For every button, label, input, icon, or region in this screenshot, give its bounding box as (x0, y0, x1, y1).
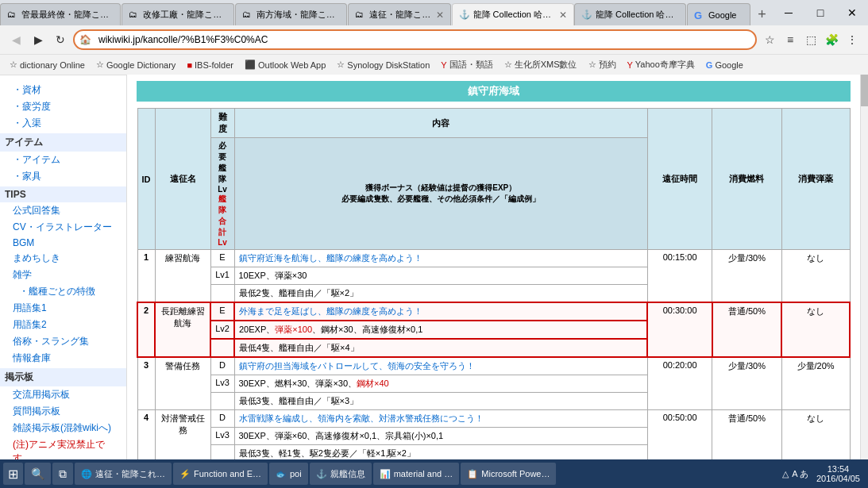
td-time-1: 00:15:00 (647, 250, 712, 303)
tab-3[interactable]: 🗂 南方海域・龍降これ… (235, 3, 348, 25)
sidebar-item-kagu[interactable]: ・家具 (0, 168, 126, 185)
taskbar-app-2[interactable]: ⚡ Function and E… (173, 463, 268, 485)
taskbar-app-1[interactable]: 🌐 遠征・龍降これ… (75, 463, 172, 485)
bookmark-ibs-label: IBS-folder (195, 60, 233, 70)
bookmark-google-dict-label: Google Dictionary (106, 60, 176, 70)
tab-6[interactable]: ⚓ 龍降 Collection 哈哦！ (574, 3, 686, 25)
sidebar-item-zatsudan-mazari[interactable]: 雑談掲示板(混雑wikiへ) (0, 420, 126, 436)
taskbar-app-3[interactable]: 🐟 poi (269, 463, 308, 485)
content-link-4[interactable]: 水雷戦隊を編成し、領海内を索敵、対潜水警戒任務につこう！ (239, 413, 484, 423)
td-rank-2: E (210, 302, 234, 321)
td-content-sub2-1 (210, 285, 234, 303)
content-link-3[interactable]: 鎮守府の担当海域をパトロールして、領海の安全を守ろう！ (239, 361, 475, 371)
start-button[interactable]: ⊞ (3, 463, 23, 485)
sidebar-item-kansen-toku[interactable]: ・艦種ごとの特徴 (0, 283, 126, 300)
sidebar-item-item[interactable]: ・アイテム (0, 152, 126, 168)
sidebar-category-keijiban: 掲示板 (0, 368, 126, 386)
table-row: 2 長距離練習航海 E 外海まで足を延ばし、艦隊の練度を高めよう！ 00:30:… (137, 302, 850, 321)
bookmark-google-dictionary[interactable]: ☆ Google Dictionary (93, 58, 179, 71)
cast-button[interactable]: ⬚ (801, 30, 820, 49)
sidebar-item-cv[interactable]: CV・イラストレーター (0, 219, 126, 236)
bookmark-google[interactable]: G Google (703, 59, 746, 71)
taskbar-app-3-label: poi (290, 469, 302, 478)
th-id: ID (137, 109, 155, 250)
menu-button[interactable]: ≡ (781, 30, 800, 49)
expedition-table: ID 遠征名 難度 内容 遠征時間 消費燃料 消費弾薬 必要艦隊Lv艦隊合計Lv… (137, 108, 851, 461)
sidebar-item-mame[interactable]: まめちしき (0, 250, 126, 267)
minimize-button[interactable]: ─ (773, 0, 804, 25)
sidebar-item-bgm[interactable]: BGM (0, 236, 126, 250)
td-level-2: Lv2 (210, 321, 234, 339)
tab-1[interactable]: 🗂 管最最終僚・龍降これ！ (0, 3, 121, 25)
bookmark-dictionary-online[interactable]: ☆ dictionary Online (6, 58, 88, 71)
taskbar-app-4[interactable]: ⚓ 親艦信息 (310, 463, 372, 485)
outlook-icon: ⬛ (245, 60, 256, 70)
sidebar-item-yougo1[interactable]: 用語集1 (0, 300, 126, 317)
sidebar-item-nyukyо[interactable]: ・入渠 (0, 115, 126, 132)
bookmark-seika-label: 生化所XMS數位 (515, 59, 577, 71)
sidebar-item-souko[interactable]: 情報倉庫 (0, 350, 126, 367)
tab-5-close[interactable]: ✕ (559, 10, 567, 21)
maximize-button[interactable]: □ (804, 0, 836, 25)
forward-button[interactable]: ▶ (29, 30, 48, 49)
sidebar-item-yougo2[interactable]: 用語集2 (0, 317, 126, 333)
synology-icon: ☆ (337, 60, 345, 70)
address-bar[interactable] (73, 29, 757, 50)
close-button[interactable]: ✕ (836, 0, 868, 25)
taskbar-app-6-icon: 📋 (467, 469, 478, 479)
tab-4[interactable]: 🗂 遠征・龍降これ× ✕ (348, 3, 450, 25)
taskbar-time: 13:54 (816, 464, 860, 474)
tab-4-close[interactable]: ✕ (436, 10, 444, 21)
extensions-button[interactable]: 🧩 (822, 30, 841, 49)
tab-2-favicon: 🗂 (129, 10, 140, 21)
taskbar-search[interactable]: 🔍 (25, 463, 51, 485)
th-content: 内容 (234, 109, 647, 138)
tab-7[interactable]: G Google (687, 3, 750, 25)
td-id-4: 4 (137, 410, 155, 462)
td-content-sub2-3 (210, 393, 234, 410)
sidebar-item-kouryuu[interactable]: 交流用掲示板 (0, 386, 126, 403)
taskbar-app-6[interactable]: 📋 Microsoft Powe… (461, 463, 556, 485)
bookmark-star-icon-2: ☆ (96, 60, 104, 70)
scrollbar[interactable] (860, 75, 868, 461)
address-bar-container: 🏠 (73, 29, 757, 50)
refresh-button[interactable]: ↻ (51, 30, 70, 49)
bookmark-star[interactable]: ☆ (760, 30, 779, 49)
bookmark-kokugo[interactable]: Y 国語・類語 (438, 57, 496, 72)
sidebar-item-hirodo[interactable]: ・疲労度 (0, 98, 126, 115)
sidebar-item-zatsugaku[interactable]: 雑学 (0, 267, 126, 283)
seika-icon: ☆ (504, 60, 512, 70)
bookmark-ibs-folder[interactable]: ■ IBS-folder (183, 59, 237, 71)
sidebar-item-anime-kinshi[interactable]: (注)アニメ実況禁止です (0, 436, 126, 461)
taskbar-app-3-icon: 🐟 (276, 469, 287, 479)
more-button[interactable]: ⋮ (843, 30, 862, 49)
new-tab-button[interactable]: + (751, 3, 773, 25)
sidebar-item-shitsumon[interactable]: 質問掲示板 (0, 403, 126, 420)
steel-link[interactable]: 鋼材×40 (357, 378, 389, 388)
bookmark-yoyaku[interactable]: ☆ 預約 (585, 57, 619, 72)
taskbar-task-view[interactable]: ⧉ (52, 463, 73, 485)
taskbar-app-1-label: 遠征・龍降これ… (95, 468, 165, 480)
taskbar-clock: 13:54 2016/04/05 (812, 464, 865, 483)
content-link-1[interactable]: 鎮守府近海を航海し、艦隊の練度を高めよう！ (239, 253, 422, 263)
bookmark-outlook[interactable]: ⬛ Outlook Web App (241, 58, 329, 71)
content-link-2[interactable]: 外海まで足を延ばし、艦隊の練度を高めよう！ (239, 306, 422, 316)
taskbar-app-5[interactable]: 📊 material and … (373, 463, 460, 485)
taskbar-app-4-icon: ⚓ (316, 469, 327, 479)
bookmark-seika[interactable]: ☆ 生化所XMS數位 (501, 57, 581, 72)
scrollbar-thumb[interactable] (861, 75, 868, 106)
tab-2[interactable]: 🗂 改修工廠・龍降これ… (122, 3, 234, 25)
bookmark-yahoo[interactable]: Y Yahoo奇摩字典 (624, 57, 698, 72)
window-controls: ─ □ ✕ (773, 0, 868, 25)
ammo-link[interactable]: 弾薬×100 (275, 325, 312, 334)
td-content-sub1-1: 10EXP、弾薬×30 (234, 267, 647, 285)
taskbar-lang: A あ (792, 468, 808, 480)
sidebar-item-shizai[interactable]: ・資材 (0, 82, 126, 98)
sidebar-item-faq[interactable]: 公式回答集 (0, 202, 126, 219)
td-fuel-2: 普通/50% (712, 302, 781, 357)
sidebar-item-slang[interactable]: 俗称・スラング集 (0, 333, 126, 350)
bookmark-synology[interactable]: ☆ Synology DiskStation (334, 58, 433, 71)
tab-5[interactable]: ⚓ 龍降 Collection 哈哦！ ✕ (452, 3, 574, 25)
back-button[interactable]: ◀ (6, 30, 25, 49)
sidebar-category-tips: TIPS (0, 186, 126, 202)
